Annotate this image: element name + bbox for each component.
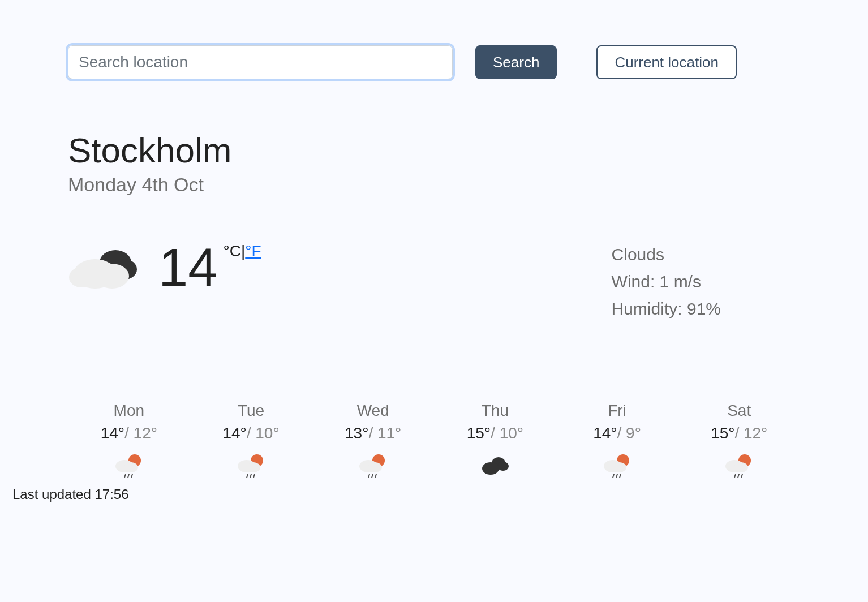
rain-sun-icon [601, 453, 633, 480]
forecast-temps: 13°/ 11° [312, 424, 434, 442]
rain-sun-icon [235, 453, 267, 480]
rain-sun-icon [113, 453, 145, 480]
forecast-low: / 9° [617, 424, 641, 442]
wind-text: Wind: 1 m/s [612, 268, 721, 295]
forecast-day: Fri 14°/ 9° [556, 402, 678, 482]
svg-line-31 [620, 474, 621, 478]
unit-fahrenheit[interactable]: °F [245, 242, 261, 260]
svg-line-35 [734, 474, 736, 478]
forecast-temps: 14°/ 12° [68, 424, 190, 442]
forecast-day-name: Thu [434, 402, 556, 420]
search-bar: Search Current location [68, 45, 800, 79]
last-updated: Last updated 17:56 [12, 487, 129, 502]
svg-point-3 [95, 264, 129, 289]
svg-line-22 [375, 474, 376, 478]
search-button[interactable]: Search [475, 45, 557, 79]
current-details: Clouds Wind: 1 m/s Humidity: 91% [612, 241, 721, 322]
svg-line-36 [738, 474, 739, 478]
forecast-high: 14° [101, 424, 124, 442]
svg-point-4 [69, 267, 94, 287]
forecast-day-name: Mon [68, 402, 190, 420]
forecast-low: / 12° [734, 424, 767, 442]
svg-point-24 [497, 462, 509, 471]
forecast-low: / 11° [368, 424, 401, 442]
city-name: Stockholm [68, 130, 800, 170]
svg-line-15 [250, 474, 251, 478]
svg-line-30 [616, 474, 617, 478]
condition-text: Clouds [612, 241, 721, 268]
svg-line-37 [741, 474, 742, 478]
svg-line-21 [372, 474, 373, 478]
forecast-day-name: Tue [190, 402, 312, 420]
unit-celsius[interactable]: °C [224, 242, 241, 260]
svg-point-34 [734, 462, 748, 472]
svg-line-16 [253, 474, 255, 478]
forecast-day-name: Wed [312, 402, 434, 420]
cloudy-icon [479, 453, 511, 480]
forecast-high: 13° [345, 424, 368, 442]
svg-point-25 [482, 462, 499, 475]
temperature-units: °C|°F [224, 242, 261, 260]
svg-point-19 [368, 462, 382, 472]
rain-sun-icon [723, 453, 755, 480]
forecast-day-name: Fri [556, 402, 678, 420]
search-input[interactable] [68, 45, 453, 79]
cloudy-icon [68, 241, 141, 292]
svg-point-28 [613, 462, 626, 472]
forecast-temps: 14°/ 9° [556, 424, 678, 442]
svg-point-13 [247, 462, 260, 472]
rain-sun-icon [357, 453, 389, 480]
svg-line-8 [124, 474, 126, 478]
forecast-day: Wed 13°/ 11° [312, 402, 434, 482]
forecast-low: / 10° [247, 424, 280, 442]
forecast-high: 14° [222, 424, 246, 442]
forecast-temps: 14°/ 10° [190, 424, 312, 442]
current-date: Monday 4th Oct [68, 174, 800, 196]
svg-point-7 [124, 462, 138, 472]
forecast-temps: 15°/ 12° [678, 424, 800, 442]
humidity-text: Humidity: 91% [612, 295, 721, 322]
svg-line-14 [247, 474, 248, 478]
svg-line-20 [368, 474, 369, 478]
forecast-high: 15° [711, 424, 734, 442]
forecast-low: / 10° [491, 424, 523, 442]
forecast-low: / 12° [124, 424, 157, 442]
svg-line-9 [128, 474, 129, 478]
forecast-high: 14° [593, 424, 617, 442]
forecast-day: Sat 15°/ 12° [678, 402, 800, 482]
forecast-day: Mon 14°/ 12° [68, 402, 190, 482]
svg-line-29 [613, 474, 614, 478]
current-location-button[interactable]: Current location [596, 45, 737, 79]
forecast-row: Mon 14°/ 12° Tue 14°/ 10° Wed 13°/ 11° [68, 402, 800, 482]
current-weather: 14 °C|°F [68, 241, 261, 294]
current-temperature: 14 [158, 241, 218, 294]
forecast-day: Thu 15°/ 10° [434, 402, 556, 482]
forecast-temps: 15°/ 10° [434, 424, 556, 442]
svg-line-10 [131, 474, 132, 478]
forecast-high: 15° [467, 424, 491, 442]
forecast-day: Tue 14°/ 10° [190, 402, 312, 482]
forecast-day-name: Sat [678, 402, 800, 420]
